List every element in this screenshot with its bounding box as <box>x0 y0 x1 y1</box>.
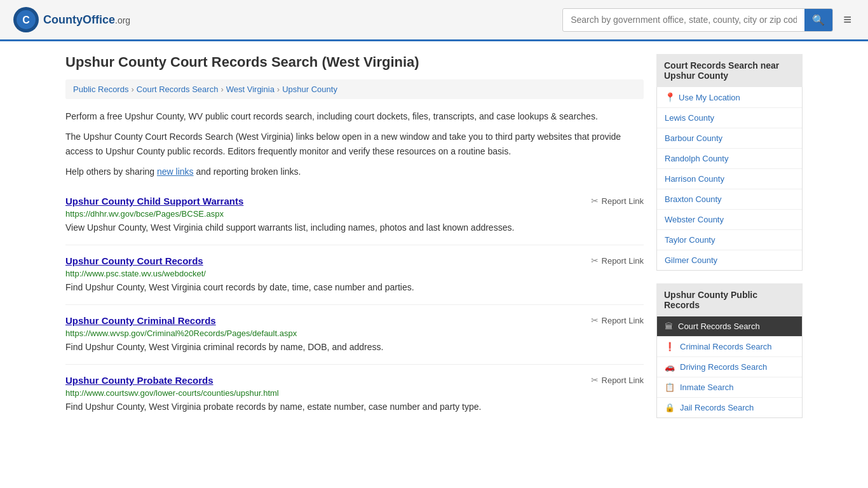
report-link-label-0: Report Link <box>602 196 644 206</box>
breadcrumb-sep-1: › <box>131 85 133 94</box>
location-pin-icon: 📍 <box>665 92 675 102</box>
report-link-1[interactable]: ✂ Report Link <box>591 255 644 266</box>
sidebar-nearby-0[interactable]: Lewis County <box>657 108 802 128</box>
public-records-section: Upshur County Public Records 🏛 Court Rec… <box>656 283 803 418</box>
record-description-0: View Upshur County, West Virginia child … <box>65 221 644 234</box>
public-records-list: 🏛 Court Records Search ❗ Criminal Record… <box>656 316 803 418</box>
driving-records-icon: 🚗 <box>665 362 675 372</box>
jail-records-icon: 🔒 <box>665 403 675 412</box>
pr-link-1[interactable]: Criminal Records Search <box>680 342 772 351</box>
intro-paragraph-3: Help others by sharing new links and rep… <box>65 165 644 179</box>
logo[interactable]: C CountyOffice.org <box>13 6 130 33</box>
content-area: Upshur County Court Records Search (West… <box>65 54 644 431</box>
public-records-header: Upshur County Public Records <box>656 283 803 316</box>
report-link-label-3: Report Link <box>602 376 644 385</box>
record-description-3: Find Upshur County, West Virginia probat… <box>65 400 644 414</box>
main-container: Upshur County Court Records Search (West… <box>53 41 815 444</box>
search-input[interactable] <box>563 10 804 30</box>
record-description-1: Find Upshur County, West Virginia court … <box>65 281 644 294</box>
logo-text: CountyOffice.org <box>43 13 130 27</box>
sidebar-nearby-3[interactable]: Harrison County <box>657 169 802 189</box>
report-link-label-2: Report Link <box>602 316 644 325</box>
nearby-county-link-7[interactable]: Gilmer County <box>665 255 717 265</box>
record-entry-2: Upshur County Criminal Records ✂ Report … <box>65 305 644 365</box>
record-url-2: https://www.wvsp.gov/Criminal%20Records/… <box>65 329 644 338</box>
new-links-link[interactable]: new links <box>157 166 194 177</box>
intro-p3-end: and reporting broken links. <box>194 166 301 177</box>
search-button[interactable]: 🔍 <box>804 9 832 31</box>
record-url-0: https://dhhr.wv.gov/bcse/Pages/BCSE.aspx <box>65 209 644 219</box>
breadcrumb-sep-3: › <box>277 85 280 94</box>
record-header-3: Upshur County Probate Records ✂ Report L… <box>65 375 644 386</box>
breadcrumb-court-records-search[interactable]: Court Records Search <box>137 85 219 94</box>
header-right: 🔍 ≡ <box>562 8 855 32</box>
report-link-2[interactable]: ✂ Report Link <box>591 315 644 325</box>
pr-item-0[interactable]: 🏛 Court Records Search <box>657 316 802 337</box>
hamburger-menu-icon[interactable]: ≡ <box>839 8 855 32</box>
sidebar: Court Records Search near Upshur County … <box>656 54 803 431</box>
pr-link-0[interactable]: Court Records Search <box>678 322 760 331</box>
report-icon-3: ✂ <box>591 375 599 385</box>
court-records-icon: 🏛 <box>665 322 673 331</box>
record-title-3[interactable]: Upshur County Probate Records <box>65 375 214 386</box>
nearby-county-link-5[interactable]: Webster County <box>665 215 724 224</box>
pr-item-1[interactable]: ❗ Criminal Records Search <box>657 337 802 357</box>
report-icon-2: ✂ <box>591 315 599 325</box>
record-description-2: Find Upshur County, West Virginia crimin… <box>65 341 644 354</box>
record-entry-3: Upshur County Probate Records ✂ Report L… <box>65 365 644 424</box>
record-url-3: http://www.courtswv.gov/lower-courts/cou… <box>65 388 644 398</box>
nearby-section: Court Records Search near Upshur County … <box>656 54 803 271</box>
pr-link-2[interactable]: Driving Records Search <box>680 362 767 372</box>
intro-p3-start: Help others by sharing <box>65 166 157 177</box>
record-title-1[interactable]: Upshur County Court Records <box>65 255 203 266</box>
nearby-county-link-3[interactable]: Harrison County <box>665 174 724 184</box>
report-link-3[interactable]: ✂ Report Link <box>591 375 644 385</box>
breadcrumb: Public Records › Court Records Search › … <box>65 79 644 99</box>
breadcrumb-public-records[interactable]: Public Records <box>73 85 128 94</box>
pr-link-3[interactable]: Inmate Search <box>680 383 734 392</box>
use-location-item[interactable]: 📍 Use My Location <box>657 87 802 108</box>
sidebar-nearby-6[interactable]: Taylor County <box>657 230 802 250</box>
report-icon-0: ✂ <box>591 196 599 206</box>
pr-item-3[interactable]: 📋 Inmate Search <box>657 377 802 398</box>
logo-icon: C <box>13 6 39 33</box>
record-header-0: Upshur County Child Support Warrants ✂ R… <box>65 196 644 207</box>
search-bar: 🔍 <box>562 8 833 32</box>
record-entry-1: Upshur County Court Records ✂ Report Lin… <box>65 245 644 305</box>
sidebar-nearby-2[interactable]: Randolph County <box>657 149 802 169</box>
use-location-link[interactable]: Use My Location <box>679 93 740 102</box>
intro-paragraph-2: The Upshur County Court Records Search (… <box>65 130 644 158</box>
header: C CountyOffice.org 🔍 ≡ <box>0 0 868 41</box>
nearby-county-link-1[interactable]: Barbour County <box>665 133 722 143</box>
nearby-county-link-2[interactable]: Randolph County <box>665 154 728 163</box>
breadcrumb-upshur-county[interactable]: Upshur County <box>282 85 337 94</box>
intro-paragraph-1: Perform a free Upshur County, WV public … <box>65 109 644 123</box>
pr-item-2[interactable]: 🚗 Driving Records Search <box>657 357 802 377</box>
records-list: Upshur County Child Support Warrants ✂ R… <box>65 186 644 424</box>
sidebar-nearby-1[interactable]: Barbour County <box>657 128 802 149</box>
nearby-header: Court Records Search near Upshur County <box>656 54 803 87</box>
nearby-list: 📍 Use My Location Lewis County Barbour C… <box>656 87 803 271</box>
record-url-1: http://www.psc.state.wv.us/webdocket/ <box>65 269 644 278</box>
criminal-records-icon: ❗ <box>665 342 675 351</box>
nearby-county-link-0[interactable]: Lewis County <box>665 113 714 123</box>
record-title-2[interactable]: Upshur County Criminal Records <box>65 315 216 326</box>
sidebar-nearby-7[interactable]: Gilmer County <box>657 250 802 270</box>
pr-link-4[interactable]: Jail Records Search <box>680 403 754 412</box>
sidebar-nearby-5[interactable]: Webster County <box>657 210 802 230</box>
sidebar-nearby-4[interactable]: Braxton County <box>657 189 802 210</box>
report-link-0[interactable]: ✂ Report Link <box>591 196 644 206</box>
nearby-county-link-4[interactable]: Braxton County <box>665 194 722 204</box>
record-entry-0: Upshur County Child Support Warrants ✂ R… <box>65 186 644 245</box>
report-link-label-1: Report Link <box>602 256 644 266</box>
breadcrumb-sep-2: › <box>220 85 223 94</box>
record-title-0[interactable]: Upshur County Child Support Warrants <box>65 196 243 207</box>
svg-text:C: C <box>22 15 30 25</box>
inmate-search-icon: 📋 <box>665 383 675 392</box>
breadcrumb-west-virginia[interactable]: West Virginia <box>226 85 275 94</box>
report-icon-1: ✂ <box>591 255 599 266</box>
page-title: Upshur County Court Records Search (West… <box>65 54 644 71</box>
pr-item-4[interactable]: 🔒 Jail Records Search <box>657 398 802 417</box>
record-header-2: Upshur County Criminal Records ✂ Report … <box>65 315 644 326</box>
nearby-county-link-6[interactable]: Taylor County <box>665 235 715 245</box>
